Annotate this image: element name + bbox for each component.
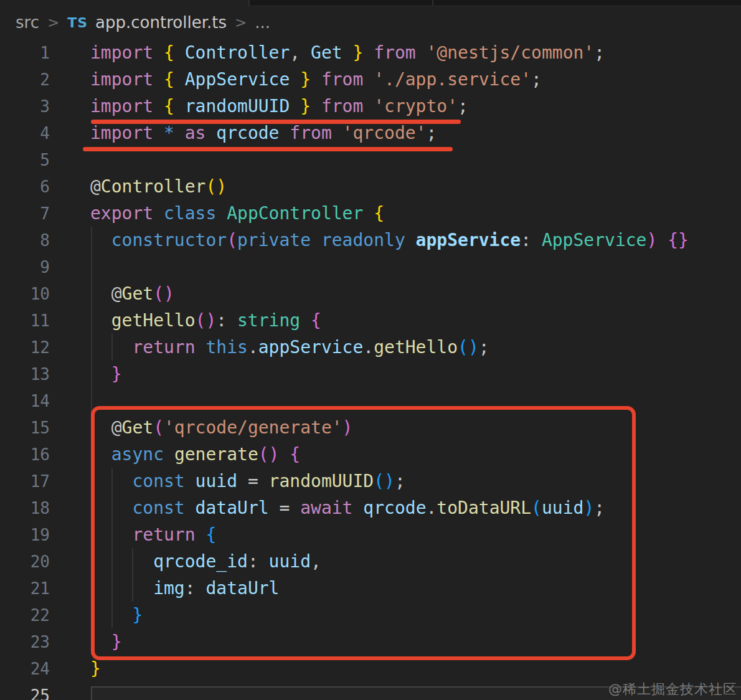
- code-line[interactable]: 3import { randomUUID } from 'crypto';: [0, 93, 741, 120]
- breadcrumb-item-symbol[interactable]: ...: [255, 13, 270, 32]
- line-number: 22: [0, 602, 50, 629]
- code-text: return {: [90, 524, 216, 545]
- line-number: 5: [0, 147, 50, 174]
- code-line[interactable]: 1import { Controller, Get } from '@nestj…: [0, 39, 741, 66]
- line-number: 8: [0, 227, 50, 254]
- code-line[interactable]: 15 @Get('qrcode/generate'): [0, 414, 741, 441]
- code-line[interactable]: 4import * as qrcode from 'qrcode';: [0, 120, 741, 146]
- line-number: 1: [0, 40, 50, 67]
- line-number: 7: [0, 201, 50, 227]
- tab-divider: [432, 0, 433, 6]
- line-number: 9: [0, 254, 50, 281]
- chevron-right-icon: >: [235, 14, 247, 31]
- code-line[interactable]: 17 const uuid = randomUUID();: [0, 468, 741, 494]
- code-line[interactable]: 11 getHello(): string {: [0, 307, 741, 334]
- line-number: 17: [0, 468, 50, 495]
- chevron-right-icon: >: [47, 14, 59, 31]
- code-text: }: [90, 658, 101, 679]
- code-text: @Get('qrcode/generate'): [90, 417, 352, 438]
- code-line[interactable]: 22 }: [0, 602, 741, 628]
- breadcrumb-item-file[interactable]: app.controller.ts: [95, 13, 227, 32]
- line-number: 19: [0, 522, 50, 549]
- code-text: }: [90, 631, 122, 652]
- code-line[interactable]: 8 constructor(private readonly appServic…: [0, 227, 741, 253]
- line-number: 6: [0, 174, 50, 201]
- tab-bar: [0, 0, 741, 6]
- code-text: export class AppController {: [90, 203, 384, 224]
- code-line[interactable]: 6@Controller(): [0, 173, 741, 200]
- line-number: 11: [0, 308, 50, 334]
- code-text: import { randomUUID } from 'crypto';: [90, 96, 468, 116]
- code-line[interactable]: 9: [0, 253, 741, 280]
- code-line[interactable]: 20 qrcode_id: uuid,: [0, 548, 741, 575]
- code-line[interactable]: 19 return {: [0, 521, 741, 548]
- breadcrumb: src > TS app.controller.ts > ...: [0, 6, 741, 39]
- line-number: 18: [0, 495, 50, 522]
- code-text: qrcode_id: uuid,: [90, 551, 321, 572]
- code-line[interactable]: 2import { AppService } from './app.servi…: [0, 66, 741, 93]
- inactive-tabs-area[interactable]: [248, 0, 741, 6]
- code-line[interactable]: 12 return this.appService.getHello();: [0, 334, 741, 361]
- line-number: 21: [0, 575, 50, 602]
- code-editor[interactable]: 1import { Controller, Get } from '@nestj…: [0, 39, 741, 700]
- code-text: img: dataUrl: [90, 578, 279, 598]
- watermark: @稀土掘金技术社区: [608, 680, 737, 699]
- code-area: 1import { Controller, Get } from '@nestj…: [0, 39, 741, 700]
- code-line[interactable]: 16 async generate() {: [0, 441, 741, 468]
- line-number: 2: [0, 67, 50, 93]
- typescript-file-icon: TS: [67, 15, 88, 31]
- code-line[interactable]: 23 }: [0, 628, 741, 655]
- code-line[interactable]: 24}: [0, 655, 741, 682]
- line-number: 10: [0, 281, 50, 308]
- code-line[interactable]: 5: [0, 146, 741, 173]
- line-number: 25: [0, 683, 50, 700]
- code-text: const dataUrl = await qrcode.toDataURL(u…: [90, 498, 605, 518]
- code-line[interactable]: 10 @Get(): [0, 280, 741, 307]
- code-text: getHello(): string {: [90, 310, 321, 331]
- code-text: import * as qrcode from 'qrcode';: [90, 123, 437, 143]
- line-number: 12: [0, 334, 50, 361]
- tab-divider: [248, 0, 250, 6]
- line-number: 15: [0, 415, 50, 442]
- code-text: return this.appService.getHello();: [90, 337, 489, 357]
- code-text: const uuid = randomUUID();: [90, 471, 405, 491]
- code-line[interactable]: 21 img: dataUrl: [0, 575, 741, 602]
- line-number: 4: [0, 120, 50, 147]
- line-number: 24: [0, 656, 50, 683]
- line-number: 14: [0, 388, 50, 415]
- code-text: constructor(private readonly appService:…: [90, 230, 689, 250]
- code-text: async generate() {: [90, 444, 300, 465]
- line-number: 16: [0, 442, 50, 468]
- breadcrumb-item-src[interactable]: src: [16, 13, 39, 32]
- line-number: 3: [0, 93, 50, 120]
- line-number: 23: [0, 629, 50, 656]
- code-text: }: [90, 605, 143, 625]
- code-text: @Get(): [90, 283, 174, 304]
- code-text: import { AppService } from './app.servic…: [90, 69, 542, 90]
- code-text: @Controller(): [90, 176, 227, 197]
- code-line[interactable]: 14: [0, 387, 741, 414]
- code-line[interactable]: 7export class AppController {: [0, 200, 741, 227]
- code-text: }: [90, 364, 122, 384]
- code-text: import { Controller, Get } from '@nestjs…: [90, 42, 605, 63]
- code-line[interactable]: 13 }: [0, 361, 741, 387]
- line-number: 13: [0, 361, 50, 388]
- code-line[interactable]: 18 const dataUrl = await qrcode.toDataUR…: [0, 494, 741, 521]
- line-number: 20: [0, 549, 50, 575]
